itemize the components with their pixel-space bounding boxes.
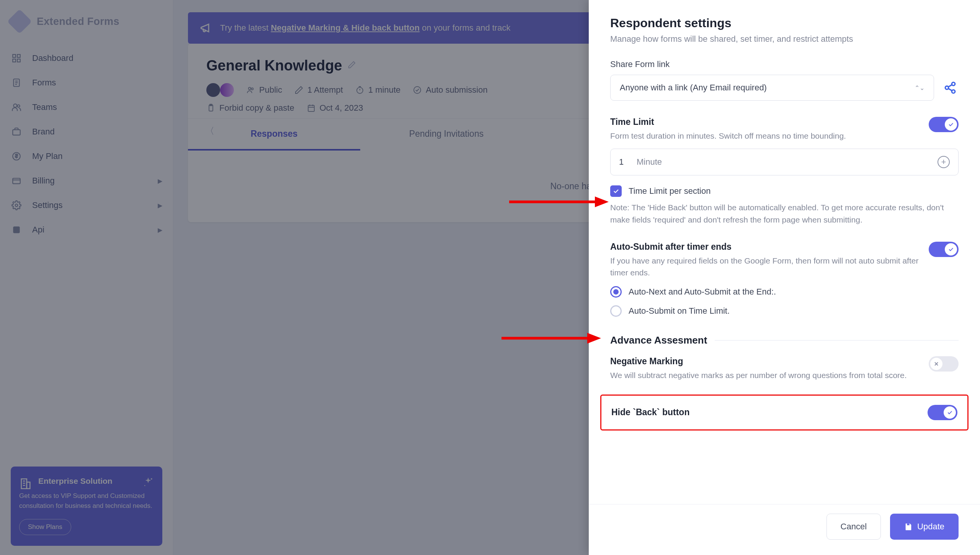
timelimit-unit: Minute	[637, 157, 662, 167]
share-value: Anyone with a link (Any Email required)	[620, 83, 767, 93]
divider	[715, 340, 959, 341]
svg-point-35	[952, 82, 955, 86]
autosubmit-toggle[interactable]	[929, 242, 959, 257]
add-time-button[interactable]: +	[938, 156, 950, 168]
cancel-button[interactable]: Cancel	[826, 514, 881, 540]
timelimit-label: Time Limit	[610, 117, 920, 127]
settings-panel: Respondent settings Manage how forms wil…	[589, 0, 980, 555]
timelimit-input[interactable]: 1 Minute +	[610, 149, 959, 175]
panel-subtitle: Manage how forms will be shared, set tim…	[610, 34, 959, 44]
persection-checkbox[interactable]	[610, 185, 622, 197]
save-icon	[904, 522, 913, 531]
timelimit-toggle[interactable]	[929, 117, 959, 132]
hideback-row-highlight: Hide `Back` button	[600, 395, 969, 431]
update-button[interactable]: Update	[890, 514, 959, 540]
radio-autonext[interactable]	[610, 286, 622, 298]
negmark-label: Negative Marking	[610, 356, 920, 367]
radio-autosubmit-limit-label: Auto-Submit on Time Limit.	[629, 306, 730, 316]
radio-autonext-label: Auto-Next and Auto-Submit at the End:.	[629, 287, 776, 297]
share-icon	[944, 81, 957, 94]
radio-autosubmit-limit[interactable]	[610, 305, 622, 317]
svg-point-36	[945, 86, 949, 90]
timelimit-value: 1	[619, 157, 632, 167]
share-button[interactable]	[942, 79, 959, 96]
timelimit-help: Form test duration in minutes. Switch of…	[610, 130, 920, 142]
autosubmit-label: Auto-Submit after timer ends	[610, 242, 920, 252]
negmark-help: We will subtract negative marks as per n…	[610, 370, 920, 381]
autosubmit-help: If you have any required fields on the G…	[610, 255, 920, 278]
chevron-updown-icon: ⌃⌄	[915, 84, 924, 92]
advanced-title: Advance Assesment	[610, 334, 707, 346]
svg-point-37	[952, 90, 955, 93]
hideback-toggle[interactable]	[928, 405, 957, 420]
persection-note: Note: The 'Hide Back' button will be aut…	[610, 201, 959, 226]
persection-label: Time Limit per section	[629, 186, 710, 196]
panel-title: Respondent settings	[610, 16, 959, 30]
svg-rect-40	[907, 524, 909, 526]
negmark-toggle[interactable]	[929, 356, 959, 372]
share-select[interactable]: Anyone with a link (Any Email required) …	[610, 75, 934, 101]
svg-line-39	[948, 88, 952, 91]
share-label: Share Form link	[610, 59, 959, 69]
hideback-label: Hide `Back` button	[611, 407, 918, 417]
svg-line-38	[948, 85, 952, 87]
